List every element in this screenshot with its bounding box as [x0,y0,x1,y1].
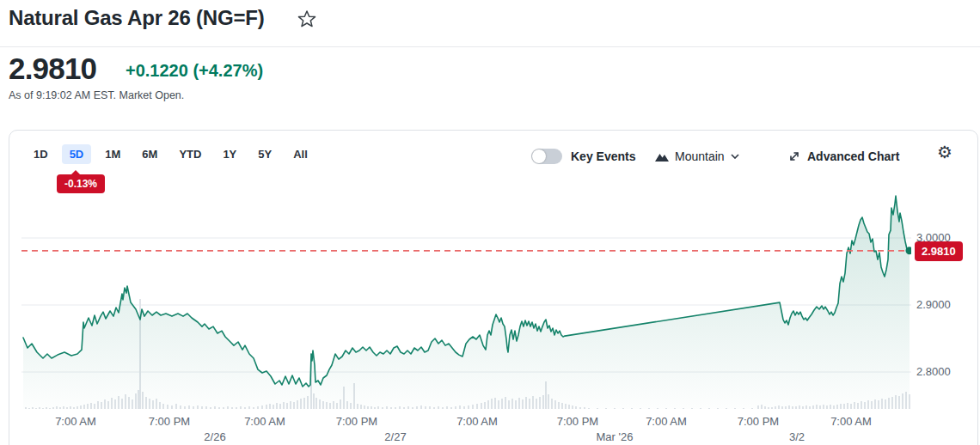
chevron-down-icon [731,154,739,159]
x-axis-time-label: 7:00 AM [817,415,885,428]
advanced-chart-label: Advanced Chart [807,149,899,163]
range-button-5d[interactable]: 5D [62,144,92,164]
range-button-1d[interactable]: 1D [26,144,56,164]
mountain-icon [655,151,669,162]
chart-settings-gear-icon[interactable]: ⚙ [937,143,952,161]
x-axis-date-label: 3/2 [763,430,831,443]
range-button-6m[interactable]: 6M [134,144,165,164]
toggle-knob [532,149,546,163]
quote-change: +0.1220 (+4.27%) [126,61,263,81]
y-axis-label: 2.8000 [916,365,968,378]
advanced-chart-button[interactable]: Advanced Chart [788,146,899,167]
x-axis-date-label: Mar '26 [580,430,649,443]
x-axis-date-label: 2/27 [361,430,430,443]
range-button-ytd[interactable]: YTD [171,144,209,164]
expand-arrow-icon [788,150,800,162]
range-button-1y[interactable]: 1Y [215,144,244,164]
quote-timestamp: As of 9:19:02 AM EST. Market Open. [9,89,184,101]
chart-type-dropdown[interactable]: Mountain [655,146,739,167]
page-title: Natural Gas Apr 26 (NG=F) [9,6,265,30]
header-divider [0,46,980,47]
range-button-5y[interactable]: 5Y [250,144,279,164]
key-events-control: Key Events [531,146,635,167]
x-axis-time-label: 7:00 PM [724,415,793,428]
x-axis-time-label: 7:00 AM [41,415,110,428]
range-button-1m[interactable]: 1M [97,144,128,164]
x-axis-time-label: 7:00 PM [135,415,204,428]
current-price-marker [21,247,911,254]
key-events-label: Key Events [571,149,635,163]
price-chart[interactable] [21,193,911,410]
watchlist-star-icon[interactable] [297,9,318,30]
price-series [23,196,910,409]
x-axis-time-label: 7:00 AM [443,415,511,428]
x-axis-time-label: 7:00 PM [322,415,391,428]
chart-type-label: Mountain [675,149,725,163]
x-axis-time-label: 7:00 AM [632,415,701,428]
x-axis-time-label: 7:00 PM [543,415,612,428]
x-axis-time-label: 7:00 AM [230,415,299,428]
x-axis-date-label: 2/26 [181,430,249,443]
range-button-all[interactable]: All [285,144,315,164]
current-price-badge: 2.9810 [915,241,963,261]
y-axis-label: 2.9000 [916,298,968,311]
range-selector: 1D5D1M6MYTD1Y5YAll [26,144,315,164]
range-change-badge: -0.13% [57,174,105,193]
quote-price: 2.9810 [9,52,96,86]
key-events-toggle[interactable] [531,149,562,164]
